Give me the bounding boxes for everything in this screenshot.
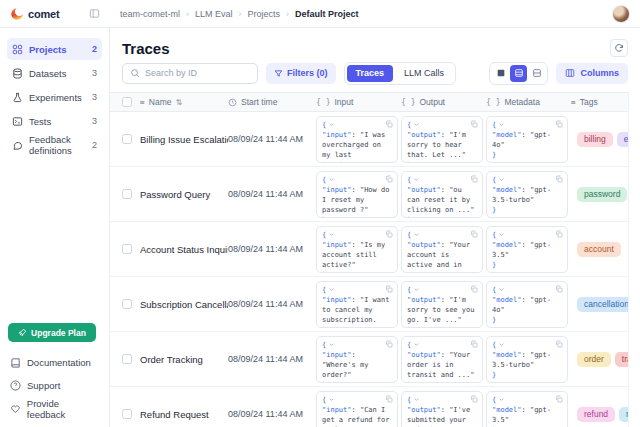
tag-request[interactable]: request [619,407,628,422]
table-scroll-gutter[interactable] [628,92,640,427]
tag-escalation[interactable]: escalation [617,132,628,147]
column-header-output[interactable]: { } Output [401,97,486,107]
density-compact-button[interactable] [492,65,509,82]
metadata-cell[interactable]: { "model": "gpt-3.5-turbo" } [486,336,568,383]
copy-icon[interactable] [385,230,393,238]
chevron-down-icon[interactable] [328,121,335,128]
comet-logo[interactable]: comet [10,7,59,21]
column-header-metadata[interactable]: { } Metadata [486,97,571,107]
sidebar-item-projects[interactable]: Projects2 [7,38,102,60]
copy-icon[interactable] [555,230,563,238]
copy-icon[interactable] [555,395,563,403]
chevron-down-icon[interactable] [498,286,505,293]
column-header-start-time[interactable]: Start time [228,97,316,107]
input-cell[interactable]: { "input": "Is my account still active?"… [316,226,398,273]
table-row[interactable]: Subscription Cancellation 08/09/24 11:44… [110,277,628,332]
copy-icon[interactable] [470,175,478,183]
output-cell[interactable]: { "output": "Your account is active and … [401,226,483,273]
column-header-input[interactable]: { } Input [316,97,401,107]
sidebar-collapse-icon[interactable] [89,8,100,19]
row-checkbox[interactable] [122,409,132,419]
chevron-down-icon[interactable] [413,231,420,238]
chevron-down-icon[interactable] [328,396,335,403]
input-cell[interactable]: { "input": "I want to cancel my subscrip… [316,281,398,328]
input-cell[interactable]: { "input": "How do I reset my password ?… [316,171,398,218]
breadcrumb-projects[interactable]: Projects [248,9,281,19]
row-checkbox[interactable] [122,189,132,199]
row-checkbox[interactable] [122,354,132,364]
tag-password[interactable]: password [577,187,627,202]
table-row[interactable]: Password Query 08/09/24 11:44 AM { "inpu… [110,167,628,222]
row-checkbox[interactable] [122,299,132,309]
output-cell[interactable]: { "output": "Your order is in transit an… [401,336,483,383]
copy-icon[interactable] [470,120,478,128]
copy-icon[interactable] [385,120,393,128]
chevron-down-icon[interactable] [498,121,505,128]
sidebar-item-provide-feedback[interactable]: Provide feedback [8,398,101,419]
tab-traces[interactable]: Traces [347,65,394,82]
sidebar-item-tests[interactable]: Tests3 [7,110,102,132]
metadata-cell[interactable]: { "model": "gpt-3.5" } [486,226,568,273]
search-input[interactable] [145,68,250,78]
row-name[interactable]: Account Status Inquiry [140,244,228,255]
density-default-button[interactable] [510,65,527,82]
input-cell[interactable]: { "input": "I was overcharged on my last… [316,116,398,163]
chevron-down-icon[interactable] [328,231,335,238]
chevron-down-icon[interactable] [498,231,505,238]
metadata-cell[interactable]: { "model": "gpt-4o" } [486,116,568,163]
sidebar-item-datasets[interactable]: Datasets3 [7,62,102,84]
sidebar-item-feedback-definitions[interactable]: Feedback definitions2 [7,134,102,156]
breadcrumb-workspace[interactable]: team-comet-ml [120,9,180,19]
table-row[interactable]: Order Tracking 08/09/24 11:44 AM { "inpu… [110,332,628,387]
copy-icon[interactable] [555,340,563,348]
copy-icon[interactable] [385,285,393,293]
chevron-down-icon[interactable] [498,396,505,403]
chevron-down-icon[interactable] [413,121,420,128]
tag-cancellation[interactable]: cancellation [577,297,628,312]
user-avatar[interactable] [612,5,630,23]
column-header-tags[interactable]: ≡ Tags [571,97,628,107]
row-name[interactable]: Billing Issue Escalation [140,134,228,145]
chevron-down-icon[interactable] [498,341,505,348]
chevron-down-icon[interactable] [328,176,335,183]
input-cell[interactable]: { "input": "Where's my order?" } [316,336,398,383]
chevron-down-icon[interactable] [413,286,420,293]
metadata-cell[interactable]: { "model": "gpt-4o" } [486,281,568,328]
chevron-down-icon[interactable] [328,286,335,293]
copy-icon[interactable] [385,395,393,403]
refresh-button[interactable] [610,39,628,57]
upgrade-plan-button[interactable]: Upgrade Plan [8,323,96,342]
column-header-name[interactable]: ≡ Name ⇅ [140,97,228,107]
breadcrumb-project-group[interactable]: LLM Eval [195,9,233,19]
output-cell[interactable]: { "output": "I'm sorry to see you go. I'… [401,281,483,328]
output-cell[interactable]: { "output": "ou can reset it by clicking… [401,171,483,218]
chevron-down-icon[interactable] [413,176,420,183]
table-row[interactable]: Refund Request 08/09/24 11:44 AM { "inpu… [110,387,628,427]
density-comfy-button[interactable] [528,65,545,82]
sidebar-item-support[interactable]: Support [8,375,101,396]
copy-icon[interactable] [555,175,563,183]
sidebar-item-experiments[interactable]: Experiments3 [7,86,102,108]
copy-icon[interactable] [385,175,393,183]
filters-button[interactable]: Filters (0) [266,63,336,84]
tag-account[interactable]: account [577,242,621,257]
table-row[interactable]: Billing Issue Escalation 08/09/24 11:44 … [110,112,628,167]
output-cell[interactable]: { "output": "I'm sorry to hear that. Let… [401,116,483,163]
tag-order[interactable]: order [577,352,611,367]
row-name[interactable]: Order Tracking [140,354,228,365]
metadata-cell[interactable]: { "model": "gpt-3.5" } [486,391,568,427]
copy-icon[interactable] [555,285,563,293]
copy-icon[interactable] [555,120,563,128]
chevron-down-icon[interactable] [413,341,420,348]
columns-button[interactable]: Columns [556,63,628,84]
tag-billing[interactable]: billing [577,132,613,147]
row-name[interactable]: Password Query [140,189,228,200]
row-name[interactable]: Refund Request [140,409,228,420]
copy-icon[interactable] [385,340,393,348]
select-all-checkbox[interactable] [122,97,132,107]
copy-icon[interactable] [470,395,478,403]
copy-icon[interactable] [470,340,478,348]
copy-icon[interactable] [470,285,478,293]
sort-icon[interactable]: ⇅ [176,98,183,107]
row-name[interactable]: Subscription Cancellation [140,299,228,310]
